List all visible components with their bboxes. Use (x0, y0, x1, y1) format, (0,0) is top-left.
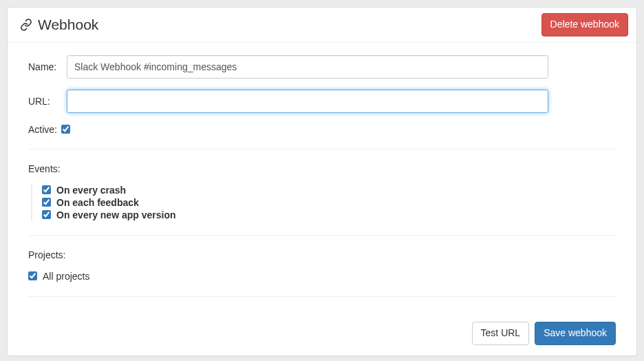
active-row: Active: (28, 124, 616, 135)
events-section-label: Events: (28, 163, 616, 174)
url-input[interactable] (67, 90, 548, 113)
event-crash-checkbox[interactable] (42, 185, 51, 194)
name-row: Name: (28, 55, 616, 79)
event-new-version-checkbox[interactable] (42, 210, 51, 219)
projects-section-label: Projects: (28, 249, 616, 260)
projects-all-row: All projects (28, 270, 616, 282)
event-label: On every new app version (56, 209, 176, 220)
name-label: Name: (28, 61, 67, 72)
event-feedback-checkbox[interactable] (42, 198, 51, 207)
event-label: On every crash (56, 185, 126, 196)
event-item: On every new app version (42, 209, 616, 221)
panel-body: Name: URL: Active: Events: On every cras… (8, 43, 636, 355)
panel-header: Webhook Delete webhook (8, 8, 636, 43)
active-checkbox[interactable] (61, 125, 70, 134)
all-projects-checkbox[interactable] (28, 271, 37, 280)
save-webhook-button[interactable]: Save webhook (535, 322, 616, 345)
events-group: On every crash On each feedback On every… (31, 184, 616, 221)
name-input[interactable] (67, 55, 548, 79)
link-icon (20, 19, 32, 31)
separator (28, 296, 616, 297)
panel-title-wrap: Webhook (20, 17, 98, 33)
event-label: On each feedback (56, 197, 139, 208)
url-label: URL: (28, 96, 67, 107)
active-label: Active: (28, 124, 57, 135)
delete-webhook-button[interactable]: Delete webhook (541, 13, 628, 37)
event-item: On each feedback (42, 196, 616, 209)
page-title: Webhook (38, 17, 98, 33)
url-row: URL: (28, 90, 616, 113)
separator (28, 235, 616, 236)
test-url-button[interactable]: Test URL (472, 322, 530, 345)
all-projects-label: All projects (43, 271, 89, 282)
footer-actions: Test URL Save webhook (28, 311, 616, 345)
event-item: On every crash (42, 184, 616, 196)
webhook-panel: Webhook Delete webhook Name: URL: Active… (7, 7, 637, 356)
separator (28, 149, 616, 149)
